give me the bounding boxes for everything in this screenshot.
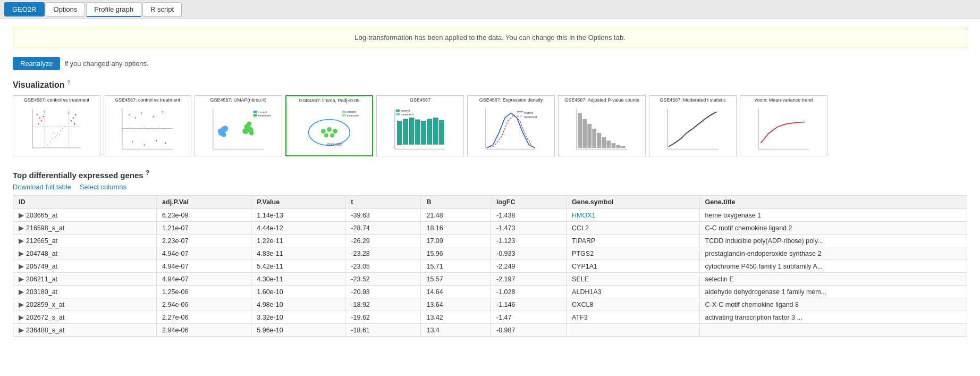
cell-gene-symbol: CCL2 <box>567 222 699 235</box>
chart-volcano[interactable]: GSE4567: control vs treatment <box>13 95 100 156</box>
voom-svg <box>745 106 823 154</box>
svg-point-21 <box>74 123 75 124</box>
chart-ma-label: GSE4567: control vs treatment <box>104 97 191 103</box>
cell-adj-pval: 2.94e-06 <box>157 298 251 311</box>
svg-rect-91 <box>409 118 414 144</box>
tab-profile-graph[interactable]: Profile graph <box>86 2 141 17</box>
cell-logfc: -1.473 <box>491 222 567 235</box>
svg-rect-115 <box>597 132 601 147</box>
svg-rect-94 <box>427 119 432 144</box>
chart-boxplot-label: GSE4567 <box>377 97 463 103</box>
svg-point-16 <box>38 123 39 124</box>
visualization-title: Visualization ? <box>13 80 967 90</box>
cell-gene-title: C-C motif chemokine ligand 2 <box>699 222 967 235</box>
chart-ma[interactable]: GSE4567: control vs treatment <box>104 95 191 156</box>
chart-limma[interactable]: GSE4567: limma, Padj<0.05 GSE4567 contro… <box>285 95 373 156</box>
cell-gene-title: prostaglandin-endoperoxide synthase 2 <box>699 247 967 260</box>
cell-b: 13.64 <box>421 298 491 311</box>
svg-point-6 <box>55 136 56 137</box>
cell-t: -20.93 <box>345 286 421 298</box>
svg-point-14 <box>39 117 41 119</box>
row-toggle[interactable]: ▶ <box>19 301 24 308</box>
cell-pvalue: 4.30e-11 <box>251 273 345 286</box>
svg-rect-81 <box>342 111 346 113</box>
chart-pvalue[interactable]: GSE4567: Adjusted P-value counts <box>558 95 646 156</box>
reanalyze-button[interactable]: Reanalyze <box>13 57 60 70</box>
chart-density[interactable]: GSE4567: Expression density control trea… <box>467 95 555 156</box>
chart-tstat[interactable]: GSE4567: Moderated t statistic <box>649 95 737 156</box>
cell-pvalue: 5.42e-11 <box>251 260 345 273</box>
svg-point-15 <box>41 120 43 122</box>
cell-b: 21.48 <box>421 209 491 222</box>
row-toggle[interactable]: ▶ <box>19 275 24 283</box>
cell-pvalue: 4.44e-12 <box>251 222 345 235</box>
cell-t: -39.63 <box>345 209 421 222</box>
row-toggle[interactable]: ▶ <box>19 237 24 245</box>
cell-gene-title: cytochrome P450 family 1 subfamily A... <box>699 260 967 273</box>
cell-id: ▶202859_x_at <box>13 298 157 311</box>
svg-point-22 <box>75 114 77 115</box>
cell-b: 14.64 <box>421 286 491 298</box>
cell-b: 15.57 <box>421 273 491 286</box>
svg-rect-92 <box>415 120 420 144</box>
svg-point-50 <box>162 111 163 112</box>
tab-options[interactable]: Options <box>46 2 86 16</box>
cell-gene-symbol[interactable]: HMOX1 <box>567 209 699 222</box>
row-toggle[interactable]: ▶ <box>19 288 24 296</box>
svg-point-54 <box>156 140 157 141</box>
row-toggle[interactable]: ▶ <box>19 263 24 270</box>
cell-gene-symbol: TIPARP <box>567 235 699 247</box>
cell-gene-symbol: CYP1A1 <box>567 260 699 273</box>
download-full-table-link[interactable]: Download full table <box>13 183 71 191</box>
tab-geo2r[interactable]: GEO2R <box>4 2 45 16</box>
svg-rect-117 <box>607 140 611 148</box>
cell-b: 15.71 <box>421 260 491 273</box>
table-row: ▶205749_at4.94e-075.42e-11-23.0515.71-2.… <box>13 260 967 273</box>
chart-voom[interactable]: voom: Mean-variance trend <box>740 95 827 156</box>
top-genes-title: Top differentially expressed genes ? <box>13 169 967 180</box>
col-gene-symbol: Gene.symbol <box>567 196 699 209</box>
cell-adj-pval: 4.94e-07 <box>157 273 251 286</box>
svg-text:control: control <box>347 111 356 114</box>
select-columns-link[interactable]: Select columns <box>80 183 126 191</box>
svg-point-51 <box>135 117 136 118</box>
svg-point-20 <box>71 120 72 122</box>
svg-point-4 <box>53 132 54 133</box>
top-genes-help-icon[interactable]: ? <box>146 169 150 177</box>
table-row: ▶206211_at4.94e-074.30e-11-23.5215.57-2.… <box>13 273 967 286</box>
chart-boxplot[interactable]: GSE4567 contro <box>376 95 464 156</box>
cell-t: -23.05 <box>345 260 421 273</box>
row-toggle[interactable]: ▶ <box>19 224 24 232</box>
svg-point-19 <box>73 117 74 119</box>
chart-limma-label: GSE4567: limma, Padj<0.05 <box>286 98 372 103</box>
visualization-help-icon[interactable]: ? <box>67 80 70 86</box>
svg-rect-97 <box>396 109 400 112</box>
tab-r-script[interactable]: R script <box>142 2 182 16</box>
svg-point-76 <box>327 127 332 132</box>
chart-umap[interactable]: GSE4567: UMAP(nbrsu:4) control <box>195 95 282 156</box>
cell-gene-symbol <box>567 324 699 337</box>
svg-rect-116 <box>602 137 606 147</box>
cell-id: ▶216598_s_at <box>13 222 157 235</box>
cell-pvalue: 1.14e-13 <box>251 209 345 222</box>
svg-point-5 <box>59 134 60 135</box>
svg-point-8 <box>52 138 53 139</box>
cell-id: ▶202672_s_at <box>13 311 157 324</box>
svg-point-49 <box>153 116 154 117</box>
col-b: B <box>421 196 491 209</box>
main-content: Log-transformation has been applied to t… <box>0 19 980 376</box>
row-toggle[interactable]: ▶ <box>19 314 24 321</box>
svg-text:treatment: treatment <box>347 114 360 117</box>
row-toggle[interactable]: ▶ <box>19 327 24 334</box>
cell-id: ▶204748_at <box>13 247 157 260</box>
gene-symbol-link[interactable]: HMOX1 <box>572 212 595 219</box>
svg-text:control: control <box>524 111 533 114</box>
cell-pvalue: 5.96e-10 <box>251 324 345 337</box>
visualization-container: GSE4567: control vs treatment <box>13 95 967 156</box>
cell-t: -23.52 <box>345 273 421 286</box>
row-toggle[interactable]: ▶ <box>19 250 24 257</box>
table-row: ▶203665_at6.23e-091.14e-13-39.6321.48-1.… <box>13 209 967 222</box>
chart-density-label: GSE4567: Expression density <box>468 97 554 103</box>
row-toggle[interactable]: ▶ <box>19 212 24 219</box>
density-svg: control treatment <box>472 106 550 154</box>
